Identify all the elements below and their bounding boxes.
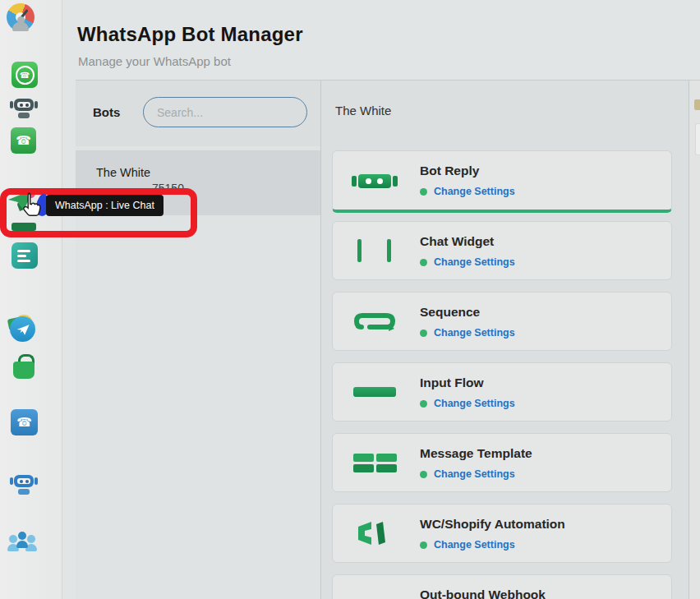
hand-cursor-icon <box>21 191 42 223</box>
change-settings-link[interactable]: Change Settings <box>434 398 515 409</box>
chat-widget-icon <box>351 222 398 279</box>
feature-card-input-flow[interactable]: Input Flow Change Settings <box>332 362 672 422</box>
robot-blue-icon[interactable] <box>10 470 38 496</box>
status-dot <box>420 259 427 266</box>
change-settings-link[interactable]: Change Settings <box>434 256 515 268</box>
change-settings-link[interactable]: Change Settings <box>434 468 515 480</box>
team-icon[interactable] <box>9 530 39 551</box>
menu-partial-icon[interactable] <box>12 223 36 231</box>
status-dot <box>420 400 427 408</box>
page-subtitle: Manage your WhatsApp bot <box>78 54 231 68</box>
whatsapp-icon[interactable]: ☎ <box>12 62 38 88</box>
feature-card-wc-shopify[interactable]: WC/Shopify Automation Change Settings <box>332 504 672 563</box>
contact-phone-icon[interactable]: ☎ <box>11 127 36 154</box>
telegram-icon[interactable] <box>10 316 35 342</box>
card-title: Message Template <box>420 446 532 461</box>
status-dot <box>420 541 427 549</box>
whatsapp-bot-manager-screen: ☎ ☎ <box>0 0 700 599</box>
page-title: WhatsApp Bot Manager <box>77 23 303 46</box>
feature-card-sequence[interactable]: Sequence Change Settings <box>332 292 672 351</box>
bot-phone-partial: 75150 <box>152 182 184 195</box>
message-template-icon <box>351 434 398 491</box>
card-title: Input Flow <box>420 376 483 390</box>
telegram-plane-glyph <box>15 321 31 338</box>
whatsapp-phone-glyph: ☎ <box>16 66 35 85</box>
change-settings-link[interactable]: Change Settings <box>434 186 515 197</box>
outbound-webhook-icon <box>351 575 398 599</box>
whatsapp-live-chat-icon[interactable] <box>12 242 38 269</box>
bots-panel: Bots The White 75150 <box>76 81 320 599</box>
right-edge-badge <box>694 99 700 110</box>
status-dot <box>420 471 427 478</box>
feature-card-bot-reply[interactable]: Bot Reply Change Settings <box>332 150 672 213</box>
contact-phone-blue-icon[interactable]: ☎ <box>11 409 38 435</box>
feature-card-chat-widget[interactable]: Chat Widget Change Settings <box>332 221 672 280</box>
bot-reply-icon <box>351 151 398 210</box>
status-dot <box>420 188 427 196</box>
card-title: Out-bound Webhook <box>420 587 546 599</box>
selected-bot-title: The White <box>335 104 391 117</box>
feature-card-outbound-webhook[interactable]: Out-bound Webhook Change Settings <box>332 574 672 599</box>
robot-icon[interactable] <box>10 94 38 120</box>
bot-detail-panel: The White Bot Reply Change Settings Chat… <box>321 81 688 599</box>
right-edge-panel <box>689 81 700 599</box>
gauge-person <box>12 22 29 31</box>
right-edge-card <box>695 123 700 155</box>
wc-shopify-icon <box>351 505 398 562</box>
search-input[interactable] <box>143 97 307 127</box>
change-settings-link[interactable]: Change Settings <box>434 327 515 339</box>
card-title: Chat Widget <box>420 234 494 249</box>
app-sidebar: ☎ ☎ <box>0 0 62 599</box>
card-title: WC/Shopify Automation <box>420 517 565 532</box>
status-dot <box>420 329 427 337</box>
card-title: Sequence <box>420 305 480 320</box>
bots-panel-header: Bots <box>76 81 320 146</box>
card-title: Bot Reply <box>420 164 479 178</box>
dashboard-icon[interactable] <box>6 2 37 34</box>
feature-card-message-template[interactable]: Message Template Change Settings <box>332 433 672 492</box>
bots-label: Bots <box>93 105 120 119</box>
change-settings-link[interactable]: Change Settings <box>434 539 515 551</box>
tooltip: WhatsApp : Live Chat <box>46 195 163 216</box>
input-flow-icon <box>351 363 398 421</box>
shopping-bag-icon[interactable] <box>12 354 37 380</box>
bot-name: The White <box>96 166 150 179</box>
sequence-icon <box>351 293 398 350</box>
